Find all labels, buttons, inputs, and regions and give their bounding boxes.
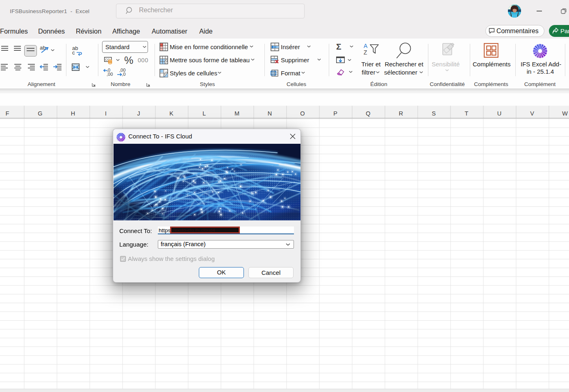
svg-text:A: A bbox=[364, 43, 368, 49]
svg-text:Z: Z bbox=[364, 49, 367, 56]
